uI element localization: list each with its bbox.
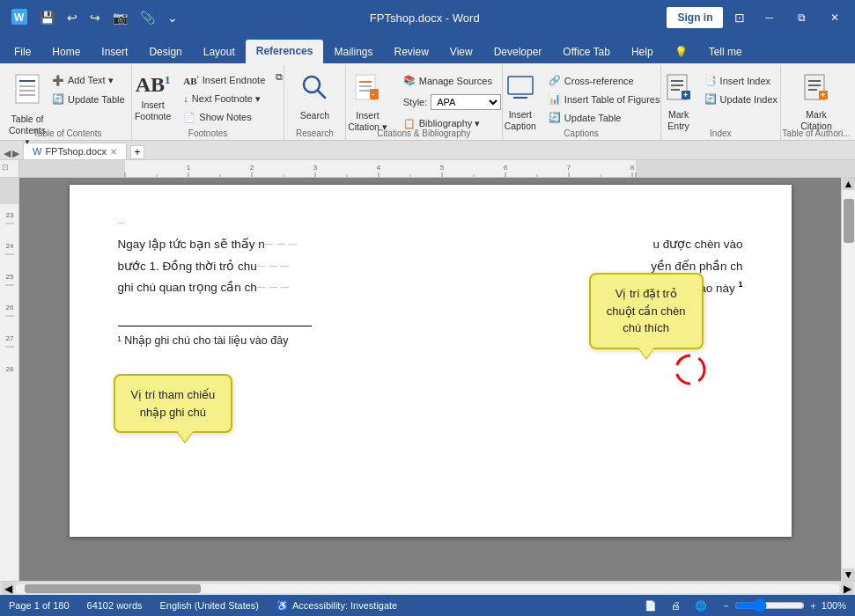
update-table-button[interactable]: 🔄 Update Table xyxy=(48,91,129,107)
manage-sources-button[interactable]: 📚 Manage Sources xyxy=(399,72,506,89)
tab-layout[interactable]: Layout xyxy=(193,40,246,63)
insert-tof-icon: 📊 xyxy=(549,93,561,105)
ribbon-group-toa: + MarkCitation Table of Authori... xyxy=(781,65,851,140)
undo-button[interactable]: ↩ xyxy=(63,8,82,27)
svg-rect-15 xyxy=(508,77,533,94)
horizontal-ruler-row: ⊡ 1 2 3 4 xyxy=(0,160,855,178)
tab-file[interactable]: File xyxy=(4,40,41,63)
manage-sources-label: Manage Sources xyxy=(419,76,492,86)
tab-mailings[interactable]: Mailings xyxy=(323,40,383,63)
h-scroll-track[interactable] xyxy=(16,584,839,593)
tab-insert[interactable]: Insert xyxy=(91,40,138,63)
tab-view[interactable]: View xyxy=(439,40,483,63)
sign-in-button[interactable]: Sign in xyxy=(667,7,723,28)
tab-developer[interactable]: Developer xyxy=(483,40,553,63)
svg-text:8: 8 xyxy=(630,164,635,172)
close-button[interactable]: ✕ xyxy=(822,8,848,27)
tab-lightbulb[interactable]: 💡 xyxy=(664,40,698,63)
tab-home[interactable]: Home xyxy=(41,40,91,63)
restore-button[interactable]: ⧉ xyxy=(789,8,814,27)
tab-references[interactable]: References xyxy=(246,40,324,63)
update-index-label: Update Index xyxy=(720,94,778,105)
document-area: 23 24 25 26 27 28 ... xyxy=(0,178,855,581)
add-text-icon: ➕ xyxy=(52,75,64,86)
customize-qat[interactable]: ⌄ xyxy=(163,8,182,27)
zoom-in-icon[interactable]: ＋ xyxy=(808,599,818,612)
add-text-button[interactable]: ➕ Add Text ▾ xyxy=(48,72,129,89)
ribbon-tab-bar: File Home Insert Design Layout Reference… xyxy=(0,35,855,63)
update-index-button[interactable]: 🔄 Update Index xyxy=(700,91,782,107)
insert-index-button[interactable]: 📑 Insert Index xyxy=(700,72,782,89)
insert-tof-label: Insert Table of Figures xyxy=(564,94,660,105)
cross-reference-button[interactable]: 🔗 Cross-reference xyxy=(544,72,665,89)
screenshot-button[interactable]: 📷 xyxy=(108,8,132,27)
para-text3-start: ghi chú quan trọng cần ch xyxy=(118,277,257,298)
toc-dropdown[interactable]: ▼ xyxy=(24,138,31,146)
ruler-svg: 1 2 3 4 5 6 7 8 xyxy=(19,160,855,177)
vruler-svg: 23 24 25 26 27 28 xyxy=(0,178,19,530)
svg-text:1: 1 xyxy=(187,164,191,172)
tab-help[interactable]: Help xyxy=(621,40,664,63)
scroll-left-button[interactable]: ◀ xyxy=(2,583,14,595)
svg-text:7: 7 xyxy=(567,164,571,172)
document-page: ... Ngay lập tức bạn sẽ thấy n ─ ─ ─ u đ… xyxy=(70,185,792,537)
update-index-icon: 🔄 xyxy=(704,93,717,105)
style-label: Style: xyxy=(403,97,428,107)
zoom-slider[interactable]: － ＋ 100% xyxy=(721,598,846,612)
scroll-thumb[interactable] xyxy=(844,199,854,243)
scroll-down-button[interactable]: ▼ xyxy=(843,568,855,581)
zoom-level: 100% xyxy=(822,600,846,611)
zoom-range[interactable] xyxy=(734,598,805,612)
research-group-label: Research xyxy=(284,128,345,138)
update-table-figures-button[interactable]: 🔄 Update Table xyxy=(544,109,665,126)
insert-endnote-button[interactable]: AB¹ Insert Endnote xyxy=(179,72,269,89)
partial-top-text: ... xyxy=(118,209,743,231)
svg-text:6: 6 xyxy=(504,164,508,172)
next-footnote-icon: ↓ xyxy=(183,93,188,104)
show-notes-label: Show Notes xyxy=(199,112,251,122)
h-scroll-thumb[interactable] xyxy=(25,584,201,593)
scroll-right-button[interactable]: ▶ xyxy=(841,583,853,595)
update-table-label: Update Table xyxy=(68,94,125,105)
show-notes-button[interactable]: 📄 Show Notes xyxy=(179,109,269,126)
insert-footnote-icon: AB1 xyxy=(136,73,171,97)
print-layout-icon[interactable]: 🖨 xyxy=(671,600,681,611)
next-footnote-button[interactable]: ↓ Next Footnote ▾ xyxy=(179,91,269,107)
tab-review[interactable]: Review xyxy=(384,40,439,63)
focus-mode-icon[interactable]: 📄 xyxy=(645,600,657,612)
redo-button[interactable]: ↪ xyxy=(85,8,105,27)
word-icon[interactable]: W xyxy=(7,6,32,30)
citations-group-label: Citations & Bibliography xyxy=(346,128,502,138)
horizontal-scrollbar[interactable]: ◀ ▶ xyxy=(0,581,855,595)
save-button[interactable]: 💾 xyxy=(35,8,59,27)
tab-design[interactable]: Design xyxy=(138,40,192,63)
web-layout-icon[interactable]: 🌐 xyxy=(695,600,707,612)
footnotes-group-label: Footnotes xyxy=(132,128,284,138)
clip-button[interactable]: 📎 xyxy=(136,8,159,27)
scroll-track[interactable] xyxy=(842,190,855,568)
vertical-scrollbar[interactable]: ▲ ▼ xyxy=(841,178,855,581)
ribbon-group-citations: - InsertCitation ▾ 📚 Manage Sources Styl… xyxy=(346,65,503,140)
svg-text:24: 24 xyxy=(6,242,14,250)
tab-office-tab[interactable]: Office Tab xyxy=(552,40,621,63)
para-text-end: u được chèn vào xyxy=(652,234,742,255)
accessibility-status[interactable]: ♿ Accessibility: Investigate xyxy=(276,600,397,612)
horizontal-ruler: 1 2 3 4 5 6 7 8 xyxy=(19,160,855,177)
para-text-start: Ngay lập tức bạn sẽ thấy n xyxy=(118,234,265,255)
new-tab-button[interactable]: + xyxy=(130,145,144,159)
style-dropdown[interactable]: APA MLA Chicago xyxy=(431,94,501,110)
toc-button[interactable]: Table ofContents ▼ xyxy=(9,69,46,165)
insert-index-icon: 📑 xyxy=(704,75,717,86)
tab-tell-me[interactable]: Tell me xyxy=(698,40,753,63)
zoom-out-icon[interactable]: － xyxy=(721,599,731,612)
svg-text:27: 27 xyxy=(6,334,14,342)
minimize-button[interactable]: ─ xyxy=(756,8,782,27)
add-text-label: Add Text ▾ xyxy=(68,75,114,86)
search-label: Search xyxy=(300,110,329,121)
search-button[interactable]: Search xyxy=(294,69,335,138)
red-circle-svg xyxy=(673,352,708,387)
index-group-label: Index xyxy=(661,128,780,138)
insert-table-of-figures-button[interactable]: 📊 Insert Table of Figures xyxy=(544,91,665,107)
ribbon-display[interactable]: ⊡ xyxy=(730,8,749,27)
scroll-up-button[interactable]: ▲ xyxy=(843,178,855,190)
